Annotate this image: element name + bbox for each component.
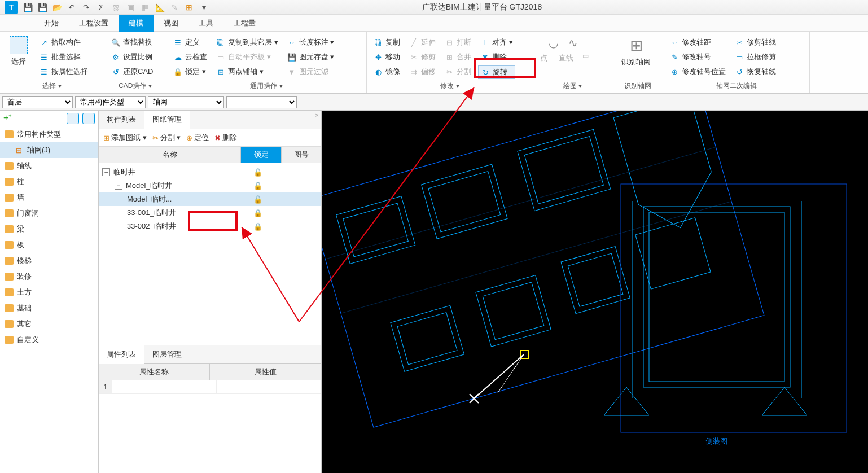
save-all-icon[interactable]: 💾	[37, 2, 47, 12]
filter-element-button[interactable]: ▼图元过滤	[285, 65, 337, 78]
tab-quantity[interactable]: 工程量	[223, 15, 266, 32]
measure-icon[interactable]: 📐	[155, 2, 165, 12]
ruler-icon[interactable]: ▦	[140, 2, 150, 12]
add-nav-icon[interactable]: ++	[3, 113, 12, 123]
category-select[interactable]: 常用构件类型	[75, 96, 146, 108]
nav-door-window[interactable]: 门窗洞	[0, 205, 98, 221]
restore-axis-button[interactable]: ↺恢复轴线	[733, 65, 778, 78]
mirror-button[interactable]: ◐镜像	[371, 65, 402, 78]
open-icon[interactable]: 📂	[52, 2, 62, 12]
floor-select[interactable]: 首层	[2, 96, 73, 108]
add-drawing-button[interactable]: ⊞ 添加图纸 ▾	[103, 133, 147, 143]
select-button[interactable]: 选择	[5, 34, 33, 69]
redo-icon[interactable]: ↷	[81, 2, 91, 12]
nav-column[interactable]: 柱	[0, 174, 98, 190]
restore-cad-button[interactable]: ↺还原CAD	[109, 65, 155, 78]
select-by-prop-button[interactable]: ☰按属性选择	[37, 65, 90, 78]
split-button[interactable]: ✂分割	[442, 65, 474, 78]
subtype-select[interactable]	[226, 96, 297, 108]
tree-row-model-child[interactable]: Model_临时...🔓	[99, 192, 321, 206]
point-button[interactable]: 点	[538, 52, 550, 64]
region-icon[interactable]: ▣	[125, 2, 135, 12]
modify-pos-button[interactable]: ⊕修改轴号位置	[668, 65, 728, 78]
nav-stair[interactable]: 楼梯	[0, 253, 98, 269]
copy-button[interactable]: ⿻复制	[371, 36, 402, 49]
tab-start[interactable]: 开始	[34, 15, 69, 32]
cube-icon[interactable]: ▧	[111, 2, 121, 12]
trim-axis-button[interactable]: ✂修剪轴线	[733, 36, 778, 49]
nav-wall[interactable]: 墙	[0, 190, 98, 205]
tab-tools[interactable]: 工具	[188, 15, 223, 32]
auto-level-button[interactable]: ▭自动平齐板 ▾	[214, 51, 280, 63]
split-drawing-button[interactable]: ✂ 分割 ▾	[152, 133, 181, 143]
define-button[interactable]: ☰定义	[171, 36, 209, 49]
view-list-icon[interactable]	[67, 113, 79, 124]
mid-panel: × 构件列表 图纸管理 ⊞ 添加图纸 ▾ ✂ 分割 ▾ ⊕ 定位 ✖ 删除 名称…	[99, 111, 322, 473]
drawing-canvas[interactable]: 侧装图 o	[322, 111, 868, 473]
rotate-button[interactable]: ↻旋转	[478, 65, 515, 79]
tree-row-33-001[interactable]: 33-001_临时井🔒	[99, 206, 321, 220]
align-button[interactable]: ⊫对齐 ▾	[478, 36, 515, 49]
break-button[interactable]: ⊟打断	[442, 36, 474, 49]
nav-custom[interactable]: 自定义	[0, 332, 98, 348]
nav-root[interactable]: 常用构件类型	[0, 126, 98, 142]
lock-button[interactable]: 🔒锁定 ▾	[171, 65, 209, 78]
app-logo[interactable]: T	[5, 1, 18, 14]
two-point-axis-button[interactable]: ⊞两点辅轴 ▾	[214, 65, 280, 78]
tab-layers[interactable]: 图层管理	[144, 345, 190, 363]
tree-row-model[interactable]: −Model_临时井🔓	[99, 179, 321, 192]
type-select[interactable]: 轴网	[148, 96, 224, 108]
nav-axis-line[interactable]: 轴线	[0, 158, 98, 174]
nav-slab[interactable]: 板	[0, 237, 98, 253]
tree-row-33-002[interactable]: 33-002_临时井🔒	[99, 220, 321, 233]
tool-icon[interactable]: ✎	[169, 2, 179, 12]
close-panel-icon[interactable]: ×	[315, 112, 319, 119]
cloud-check-button[interactable]: ☁云检查	[171, 51, 209, 63]
batch-select-button[interactable]: ☰批量选择	[37, 51, 90, 63]
tab-modeling[interactable]: 建模	[119, 15, 154, 32]
delete-drawing-button[interactable]: ✖ 删除	[214, 133, 237, 143]
delete-button[interactable]: ✖删除	[478, 51, 515, 63]
col-lock[interactable]: 锁定	[241, 147, 282, 163]
dropdown-icon[interactable]: ▾	[199, 2, 209, 12]
tab-properties[interactable]: 属性列表	[99, 345, 144, 364]
line-button[interactable]: 直线	[556, 52, 576, 64]
box-trim-button[interactable]: ▭拉框修剪	[733, 51, 778, 63]
nav-earthwork[interactable]: 土方	[0, 284, 98, 300]
move-button[interactable]: ✥移动	[371, 51, 402, 63]
undo-icon[interactable]: ↶	[67, 2, 77, 12]
save-element-button[interactable]: 💾图元存盘 ▾	[285, 51, 337, 63]
pick-element-button[interactable]: ↗拾取构件	[37, 36, 90, 49]
tab-view[interactable]: 视图	[154, 15, 188, 32]
recognize-grid-button[interactable]: ⊞识别轴网	[617, 34, 655, 69]
curve-icon[interactable]: ∿	[568, 36, 578, 50]
view-grid-icon[interactable]	[82, 113, 95, 124]
prop-row-1: 1	[99, 380, 112, 393]
nav-other[interactable]: 其它	[0, 316, 98, 332]
tab-project-settings[interactable]: 工程设置	[69, 15, 119, 32]
nav-finish[interactable]: 装修	[0, 269, 98, 284]
add-icon[interactable]: ⊞	[184, 2, 194, 12]
copy-to-layer-button[interactable]: ⿻复制到其它层 ▾	[214, 36, 280, 49]
modify-distance-button[interactable]: ↔修改轴距	[668, 36, 728, 49]
nav-axis-grid[interactable]: ⊞轴网(J)	[0, 142, 98, 158]
tab-component-list[interactable]: 构件列表	[99, 111, 144, 129]
offset-button[interactable]: ⇉偏移	[407, 65, 438, 78]
svg-rect-12	[568, 253, 623, 306]
save-icon[interactable]: 💾	[23, 2, 33, 12]
box-icon[interactable]: ▭	[582, 52, 589, 64]
arc-icon[interactable]: ◡	[549, 36, 558, 50]
nav-beam[interactable]: 梁	[0, 221, 98, 237]
set-scale-button[interactable]: ⚙设置比例	[109, 51, 155, 63]
locate-drawing-button[interactable]: ⊕ 定位	[186, 133, 209, 143]
trim-button[interactable]: ✂修剪	[407, 51, 438, 63]
extend-button[interactable]: ╱延伸	[407, 36, 438, 49]
tab-drawing-manage[interactable]: 图纸管理	[144, 111, 190, 129]
find-replace-button[interactable]: 🔍查找替换	[109, 36, 155, 49]
tree-row-root[interactable]: −临时井🔓	[99, 165, 321, 179]
sum-icon[interactable]: Σ	[96, 2, 106, 12]
merge-button[interactable]: ⊞合并	[442, 51, 474, 63]
modify-number-button[interactable]: ✎修改轴号	[668, 51, 728, 63]
dimension-button[interactable]: ↔长度标注 ▾	[285, 36, 337, 49]
nav-foundation[interactable]: 基础	[0, 300, 98, 316]
